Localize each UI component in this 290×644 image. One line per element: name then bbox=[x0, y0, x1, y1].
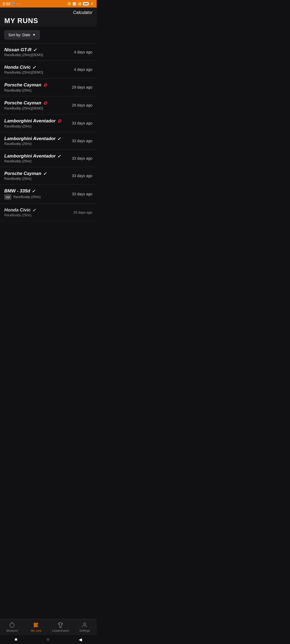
run-info: Porsche Cayman RaceBuddy (25Hz) bbox=[4, 82, 69, 92]
screen-icon: ⬜ bbox=[73, 2, 76, 6]
list-item[interactable]: Porsche Cayman RaceBuddy (25Hz) 29 days … bbox=[0, 78, 97, 96]
run-info: BMW - 335d ✓ ⊞⊠ RaceBuddy (25Hz) bbox=[4, 188, 69, 200]
check-icon: ✓ bbox=[32, 208, 36, 213]
run-date: 33 days ago bbox=[72, 156, 92, 160]
run-name: Lamborghini Aventador ✓ bbox=[4, 153, 69, 159]
ban-icon bbox=[43, 100, 47, 106]
list-item[interactable]: Honda Civic ✓ RaceBuddy (25Hz) 33 days a… bbox=[0, 204, 97, 221]
run-info: Nissan GT-R ✓ RaceBuddy (25Hz)[DEMO] bbox=[4, 47, 71, 57]
sort-label: Sort by: Date bbox=[8, 33, 30, 37]
run-sub: RaceBuddy (25Hz)[DEMO] bbox=[4, 53, 71, 57]
battery-icon: 100 bbox=[83, 2, 89, 5]
run-sub: RaceBuddy (25Hz) bbox=[4, 159, 69, 163]
run-date: 4 days ago bbox=[74, 67, 93, 72]
run-name: Honda Civic ✓ bbox=[4, 65, 71, 70]
check-icon: ✓ bbox=[33, 47, 37, 53]
run-info: Porsche Cayman ✓ RaceBuddy (25Hz) bbox=[4, 171, 69, 181]
page-title: MY RUNS bbox=[4, 17, 92, 25]
run-date: 29 days ago bbox=[72, 85, 92, 89]
chevron-down-icon: ▼ bbox=[32, 33, 36, 37]
run-date: 4 days ago bbox=[74, 50, 93, 54]
list-item[interactable]: Lamborghini Aventador ✓ RaceBuddy (25Hz)… bbox=[0, 132, 97, 150]
wifi-icon: 📶 bbox=[78, 2, 82, 6]
run-sub: RaceBuddy (25Hz) bbox=[4, 213, 71, 217]
check-icon: ✓ bbox=[43, 171, 46, 176]
run-info: Honda Civic ✓ RaceBuddy (25Hz) bbox=[4, 207, 71, 217]
status-time: 2:12 🏁 ··· bbox=[3, 2, 21, 6]
run-list: Nissan GT-R ✓ RaceBuddy (25Hz)[DEMO] 4 d… bbox=[0, 43, 97, 248]
sort-button[interactable]: Sort by: Date ▼ bbox=[4, 30, 40, 39]
run-info: Honda Civic ✓ RaceBuddy (25Hz)[DEMO] bbox=[4, 65, 71, 74]
run-date: 33 days ago bbox=[72, 174, 92, 178]
run-name: Lamborghini Aventador bbox=[4, 118, 69, 124]
run-date: 33 days ago bbox=[72, 139, 92, 143]
list-item[interactable]: Porsche Cayman ✓ RaceBuddy (25Hz) 33 day… bbox=[0, 167, 97, 185]
run-info: Lamborghini Aventador ✓ RaceBuddy (25Hz) bbox=[4, 136, 69, 146]
run-date: 33 days ago bbox=[72, 192, 92, 196]
run-sub: ⊞⊠ RaceBuddy (25Hz) bbox=[4, 194, 69, 200]
list-item[interactable]: Lamborghini Aventador RaceBuddy (25Hz) 3… bbox=[0, 114, 97, 132]
run-sub: RaceBuddy (25Hz)[DEMO] bbox=[4, 107, 69, 110]
run-sub: RaceBuddy (25Hz)[DEMO] bbox=[4, 71, 71, 74]
run-sub: RaceBuddy (25Hz) bbox=[4, 142, 69, 146]
run-date: 33 days ago bbox=[72, 121, 92, 125]
list-item[interactable]: Porsche Cayman RaceBuddy (25Hz)[DEMO] 29… bbox=[0, 96, 97, 114]
car-brand-chip: ⊞⊠ bbox=[4, 194, 11, 200]
check-icon: ✓ bbox=[32, 65, 36, 70]
run-info: Porsche Cayman RaceBuddy (25Hz)[DEMO] bbox=[4, 100, 69, 110]
run-sub: RaceBuddy (25Hz) bbox=[4, 177, 69, 181]
run-sub: RaceBuddy (25Hz) bbox=[4, 89, 69, 92]
run-name: Lamborghini Aventador ✓ bbox=[4, 136, 69, 141]
run-date: 33 days ago bbox=[73, 210, 92, 214]
status-icons: 📶 ⬜ 📶 100 ⚡ bbox=[67, 2, 94, 6]
run-name: BMW - 335d ✓ bbox=[4, 188, 69, 194]
ban-icon bbox=[43, 82, 47, 88]
run-info: Lamborghini Aventador RaceBuddy (25Hz) bbox=[4, 118, 69, 128]
run-info: Lamborghini Aventador ✓ RaceBuddy (25Hz) bbox=[4, 153, 69, 163]
list-item[interactable]: Nissan GT-R ✓ RaceBuddy (25Hz)[DEMO] 4 d… bbox=[0, 43, 97, 61]
check-icon: ✓ bbox=[57, 136, 61, 141]
run-name: Nissan GT-R ✓ bbox=[4, 47, 71, 53]
charging-icon: ⚡ bbox=[90, 2, 94, 6]
list-item[interactable]: BMW - 335d ✓ ⊞⊠ RaceBuddy (25Hz) 33 days… bbox=[0, 185, 97, 204]
list-item[interactable]: Honda Civic ✓ RaceBuddy (25Hz)[DEMO] 4 d… bbox=[0, 61, 97, 78]
run-name: Honda Civic ✓ bbox=[4, 207, 71, 213]
header: Calculator MY RUNS bbox=[0, 8, 97, 27]
list-item[interactable]: Lamborghini Aventador ✓ RaceBuddy (25Hz)… bbox=[0, 150, 97, 167]
check-icon: ✓ bbox=[32, 189, 35, 194]
bluetooth-icon: 📶 bbox=[67, 2, 71, 6]
run-name: Porsche Cayman bbox=[4, 82, 69, 88]
check-icon: ✓ bbox=[57, 154, 61, 159]
run-sub: RaceBuddy (25Hz) bbox=[4, 125, 69, 128]
sort-bar: Sort by: Date ▼ bbox=[0, 27, 97, 43]
status-bar: 2:12 🏁 ··· 📶 ⬜ 📶 100 ⚡ bbox=[0, 0, 97, 8]
run-name: Porsche Cayman ✓ bbox=[4, 171, 69, 176]
calculator-link[interactable]: Calculator bbox=[4, 10, 92, 15]
run-date: 29 days ago bbox=[72, 103, 92, 107]
run-name: Porsche Cayman bbox=[4, 100, 69, 106]
ban-icon bbox=[57, 118, 61, 124]
